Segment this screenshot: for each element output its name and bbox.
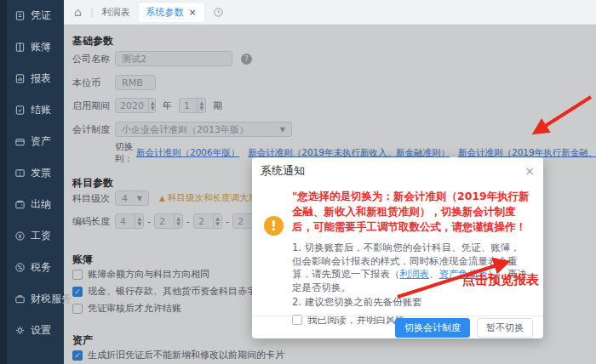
home-icon[interactable]: ⌂ [74, 6, 82, 18]
sidebar-item-tax[interactable]: 税务 [0, 252, 64, 283]
sidebar-item-label: 凭证 [31, 9, 51, 23]
report-icon [14, 73, 26, 84]
sidebar-item-settings[interactable]: 设置 [0, 315, 64, 346]
tax-icon [14, 262, 26, 273]
briefcase-icon [14, 293, 26, 304]
sidebar: 凭证 账簿 报表 结账 资产 发票 出纳 工资 [0, 0, 64, 364]
dialog-header: 系统通知 × [252, 157, 543, 179]
app-window: 凭证 账簿 报表 结账 资产 发票 出纳 工资 [0, 0, 596, 364]
sidebar-item-label: 报表 [31, 71, 51, 86]
sidebar-item-fiscal-service[interactable]: 财税服务 [0, 283, 64, 315]
sidebar-item-label: 发票 [31, 166, 51, 180]
sidebar-item-closing[interactable]: 结账 [0, 94, 64, 126]
dialog-note-2: 2. 建议您切换之前先备份账套 [292, 296, 530, 310]
dialog-warning-text: "您选择的是切换为：新会计准则（2019年执行新金融、新收入和新租赁准则），切换… [292, 189, 530, 235]
profit-report-link[interactable]: 利润表 [400, 268, 430, 280]
sidebar-item-report[interactable]: 报表 [0, 63, 64, 94]
sidebar-item-ledger[interactable]: 账簿 [0, 31, 64, 63]
sidebar-item-assets[interactable]: 资产 [0, 126, 64, 157]
close-icon[interactable]: × [524, 165, 535, 177]
sidebar-item-label: 税务 [31, 260, 51, 275]
sidebar-item-label: 设置 [31, 323, 51, 338]
sidebar-item-label: 出纳 [31, 197, 51, 212]
dialog-title: 系统通知 [261, 163, 305, 179]
tab-label: 系统参数 [146, 6, 184, 19]
asset-icon [14, 136, 26, 147]
sidebar-item-voucher[interactable]: 凭证 [0, 0, 64, 31]
switch-accounting-system-button[interactable]: 切换会计制度 [395, 318, 470, 338]
system-notice-dialog: 系统通知 × ! "您选择的是切换为：新会计准则（2019年执行新金融、新收入和… [252, 157, 543, 338]
sidebar-item-label: 资产 [31, 134, 51, 149]
history-clock-icon[interactable] [213, 7, 224, 18]
close-tab-icon[interactable]: × [189, 7, 197, 18]
tab-system-params[interactable]: 系统参数 × [139, 3, 204, 22]
settings-gear-icon [14, 325, 26, 336]
not-switch-button[interactable]: 暂不切换 [477, 318, 533, 338]
ledger-icon [14, 42, 26, 53]
sidebar-item-invoice[interactable]: 发票 [0, 157, 64, 189]
sidebar-item-cashier[interactable]: 出纳 [0, 189, 64, 220]
sidebar-item-label: 工资 [31, 229, 51, 243]
annotation-preview-report: 点击预览报表 [462, 272, 539, 288]
link-separator: 、 [429, 268, 439, 280]
closing-icon [14, 105, 26, 116]
tab-profit-report[interactable]: 利润表 [102, 6, 130, 19]
warning-exclamation-icon: ! [264, 216, 284, 236]
salary-icon [14, 230, 26, 242]
dialog-footer: 切换会计制度 暂不切换 [252, 316, 543, 338]
voucher-icon [14, 10, 26, 21]
tab-bar: ⌂ | 利润表 系统参数 × [64, 0, 596, 25]
sidebar-item-salary[interactable]: 工资 [0, 220, 64, 252]
sidebar-item-label: 账簿 [31, 40, 51, 54]
invoice-icon [14, 168, 26, 179]
sidebar-item-label: 结账 [31, 103, 51, 117]
dialog-body: ! "您选择的是切换为：新会计准则（2019年执行新金融、新收入和新租赁准则），… [252, 179, 543, 327]
cashier-icon [14, 199, 26, 210]
tab-divider: | [90, 7, 94, 18]
